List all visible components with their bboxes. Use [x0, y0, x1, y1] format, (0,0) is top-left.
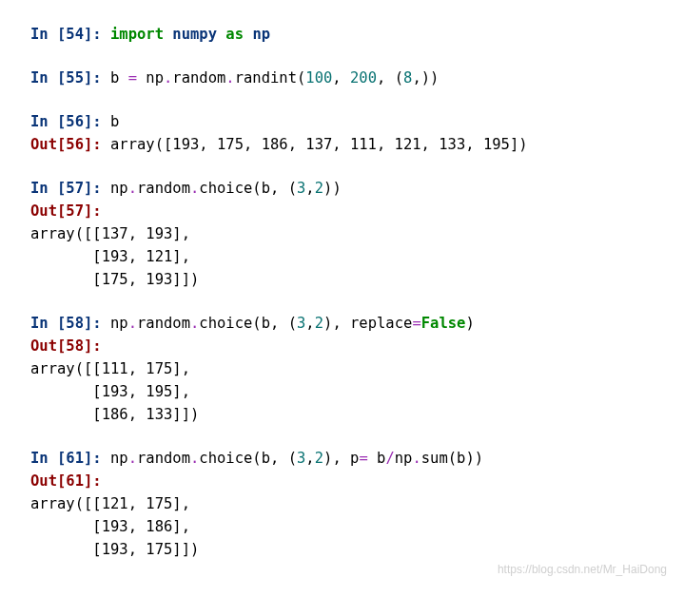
code-content: b = np.random.randint(100, 200, (8,))	[110, 69, 439, 87]
code-content: import numpy as np	[110, 26, 270, 43]
code-cell: In [61]: np.random.choice(b, (3,2), p= b…	[30, 447, 654, 561]
output-line: [175, 193]])	[30, 271, 199, 288]
output-prompt: Out[56]:	[30, 136, 110, 153]
input-prompt: In [55]:	[30, 69, 110, 87]
output-prompt: Out[58]:	[30, 337, 102, 355]
input-prompt: In [57]:	[30, 180, 110, 197]
code-cell: In [57]: np.random.choice(b, (3,2)) Out[…	[30, 177, 654, 291]
code-content: np.random.choice(b, (3,2), replace=False…	[110, 315, 475, 332]
input-prompt: In [61]:	[30, 450, 110, 467]
output-line: [193, 121],	[30, 248, 190, 265]
output-prompt: Out[61]:	[30, 472, 102, 490]
input-prompt: In [56]:	[30, 113, 110, 130]
notebook-cells: In [54]: import numpy as npIn [55]: b = …	[30, 23, 654, 561]
output-content: array([193, 175, 186, 137, 111, 121, 133…	[110, 136, 528, 153]
output-line: array([[111, 175],	[30, 360, 190, 377]
output-line: [186, 133]])	[30, 406, 199, 423]
input-prompt: In [58]:	[30, 315, 110, 332]
code-cell: In [56]: b Out[56]: array([193, 175, 186…	[30, 110, 654, 156]
output-line: [193, 175]])	[30, 541, 199, 558]
output-prompt: Out[57]:	[30, 202, 102, 220]
input-prompt: In [54]:	[30, 26, 110, 43]
code-content: np.random.choice(b, (3,2))	[110, 180, 342, 197]
output-line: array([[121, 175],	[30, 495, 190, 512]
output-line: [193, 195],	[30, 383, 190, 400]
code-cell: In [54]: import numpy as np	[30, 23, 654, 46]
code-content: np.random.choice(b, (3,2), p= b/np.sum(b…	[110, 450, 483, 467]
watermark-text: https://blog.csdn.net/Mr_HaiDong	[498, 561, 667, 579]
output-line: array([[137, 193],	[30, 225, 190, 242]
code-content: b	[110, 113, 119, 130]
output-line: [193, 186],	[30, 518, 190, 535]
code-cell: In [58]: np.random.choice(b, (3,2), repl…	[30, 312, 654, 426]
code-cell: In [55]: b = np.random.randint(100, 200,…	[30, 67, 654, 89]
